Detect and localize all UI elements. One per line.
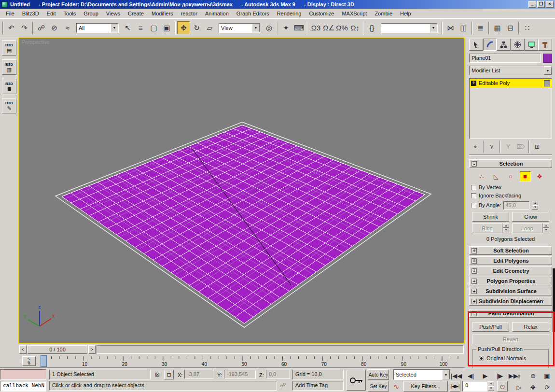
rollout-edit-geometry[interactable]: +Edit Geometry	[469, 266, 552, 275]
undo-icon[interactable]: ↶	[5, 21, 18, 34]
field-of-view-icon[interactable]: ▷	[513, 381, 526, 392]
edge-icon[interactable]: ◺	[491, 171, 502, 182]
rollout-subdivision-displacement[interactable]: +Subdivision Displacement	[469, 297, 552, 306]
selection-filter-select[interactable]: All▼	[76, 23, 119, 33]
collapse-icon[interactable]: -	[472, 311, 477, 316]
chevron-down-icon[interactable]: ▼	[442, 370, 450, 379]
menu-item[interactable]: Animation	[201, 9, 233, 18]
expand-icon[interactable]: +	[472, 279, 477, 284]
play-animation-button[interactable]: ▶	[479, 369, 492, 382]
chevron-down-icon[interactable]: ▼	[252, 24, 260, 32]
configure-modifier-sets-icon[interactable]: ⊞	[531, 142, 543, 152]
track-bar[interactable]: ∿⇅ 0102030405060708090100	[0, 355, 465, 368]
minimize-button[interactable]: _	[528, 1, 536, 8]
set-key-button[interactable]: Set Key	[368, 381, 389, 392]
ignore-backfacing-checkbox[interactable]	[471, 193, 476, 198]
use-pivot-point-center-icon[interactable]: ◎	[263, 21, 276, 34]
polygon-icon[interactable]: ■	[520, 171, 531, 182]
window-crossing-icon[interactable]: ▣	[160, 21, 173, 34]
pan-view-icon[interactable]: ✥	[527, 381, 540, 392]
previous-frame-button[interactable]: ◀|	[464, 369, 477, 382]
percent-snap-icon[interactable]: Ω%	[335, 21, 348, 34]
b3d-save-button[interactable]: B3D▤	[2, 40, 16, 56]
reference-coordinate-system-select[interactable]: View▼	[219, 23, 260, 33]
vertex-icon[interactable]: ∴	[476, 171, 487, 182]
menu-item[interactable]: File	[2, 9, 18, 18]
zoom-all-icon[interactable]: ⊕	[527, 369, 540, 382]
expand-icon[interactable]: +	[472, 299, 477, 304]
menu-item[interactable]: Help	[396, 9, 415, 18]
chevron-down-icon[interactable]: ▼	[111, 24, 118, 32]
absolute-mode-transform-icon[interactable]: ⊡	[164, 370, 174, 379]
add-time-tag-box[interactable]: Add Time Tag	[292, 381, 344, 391]
viewport-label[interactable]: Perspective	[22, 39, 49, 45]
material-editor-icon[interactable]: ∷	[521, 21, 534, 34]
pin-stack-icon[interactable]: ⌖	[469, 142, 482, 152]
b3d-tools-button[interactable]: B3D✎	[2, 98, 16, 113]
menu-item[interactable]: Zombie	[371, 9, 396, 18]
object-name-field[interactable]: Plane01	[469, 54, 541, 63]
by-angle-field[interactable]: 45,0	[503, 201, 529, 210]
close-button[interactable]: ×	[546, 1, 554, 8]
x-coordinate-field[interactable]: -3,87	[184, 370, 213, 379]
select-and-link-icon[interactable]: ☍	[35, 21, 48, 34]
time-slider[interactable]: 0 / 100	[28, 345, 87, 354]
rollout-selection[interactable]: - Selection	[469, 159, 552, 168]
restore-button[interactable]: ❐	[537, 1, 545, 8]
tab-modify[interactable]	[483, 39, 497, 51]
grow-button[interactable]: Grow	[512, 212, 549, 222]
select-and-scale-icon[interactable]: ▱	[203, 21, 216, 34]
element-icon[interactable]: ❖	[534, 171, 545, 182]
visibility-toggle-icon[interactable]	[544, 80, 550, 86]
menu-item[interactable]: MAXScript	[338, 9, 371, 18]
by-angle-spinner[interactable]: ▲▼	[532, 201, 538, 210]
menu-item[interactable]: Tools	[60, 9, 80, 18]
expand-icon[interactable]: +	[472, 258, 477, 264]
b3d-open-button[interactable]: B3D▥	[2, 59, 16, 75]
go-to-start-button[interactable]: |◀◀	[450, 369, 463, 382]
curve-editor-icon[interactable]: ▦	[491, 21, 504, 34]
tab-display[interactable]	[525, 39, 539, 51]
chevron-down-icon[interactable]: ▼	[430, 24, 437, 32]
rollout-soft-selection[interactable]: +Soft Selection	[469, 246, 552, 255]
collapse-icon[interactable]: -	[472, 161, 477, 167]
edit-named-selection-sets-icon[interactable]: {}	[365, 21, 378, 34]
communicator-icon[interactable]: ☍	[280, 382, 286, 389]
menu-item[interactable]: Views	[102, 9, 124, 18]
menu-item[interactable]: Edit	[43, 9, 60, 18]
rectangular-selection-region-icon[interactable]: ▢	[147, 21, 160, 34]
tab-utilities[interactable]	[538, 39, 552, 51]
angle-snap-icon[interactable]: Ω∠	[322, 21, 335, 34]
make-unique-icon[interactable]: Y	[502, 142, 514, 152]
expand-icon[interactable]: +	[472, 248, 477, 253]
frame-spinner[interactable]: ▲▼	[488, 381, 494, 391]
auto-key-button[interactable]: Auto Key	[368, 369, 389, 380]
relax-button[interactable]: Relax	[512, 322, 549, 332]
menu-item[interactable]: Graph Editors	[233, 9, 273, 18]
named-selection-sets-select[interactable]: ▼	[381, 23, 438, 33]
shrink-button[interactable]: Shrink	[472, 212, 509, 222]
tab-motion[interactable]	[511, 39, 525, 51]
previous-frame-arrow[interactable]: <	[19, 345, 27, 354]
y-coordinate-field[interactable]: -193,545	[224, 370, 256, 379]
tab-hierarchy[interactable]	[497, 39, 511, 51]
schematic-view-icon[interactable]: ⊟	[504, 21, 517, 34]
key-mode-dropdown[interactable]: Selected ▼	[393, 369, 450, 380]
expand-icon[interactable]: +	[472, 268, 477, 274]
arc-rotate-icon[interactable]: ⟳	[541, 381, 554, 392]
modifier-list-dropdown[interactable]: Modifier List ▼	[469, 66, 552, 75]
object-color-swatch[interactable]	[543, 54, 552, 63]
expand-icon[interactable]: +	[472, 289, 477, 294]
rollout-edit-polygons[interactable]: +Edit Polygons	[469, 256, 552, 265]
key-filters-button[interactable]: Key Filters...	[403, 381, 448, 392]
b3d-list-button[interactable]: B3D≣	[2, 79, 16, 94]
maxscript-mini-listener-pink[interactable]	[0, 369, 46, 380]
select-and-manipulate-icon[interactable]: ✦	[279, 21, 292, 34]
rollout-polygon-properties[interactable]: +Polygon Properties	[469, 277, 552, 285]
keyboard-shortcut-override-icon[interactable]: ⌨	[292, 21, 305, 34]
push-pull-button[interactable]: Push/Pull	[472, 322, 509, 332]
menu-item[interactable]: Create	[124, 9, 148, 18]
show-end-result-icon[interactable]: ⋎	[486, 142, 498, 152]
current-frame-marker[interactable]	[41, 355, 47, 367]
loop-button[interactable]: Loop	[512, 224, 542, 233]
